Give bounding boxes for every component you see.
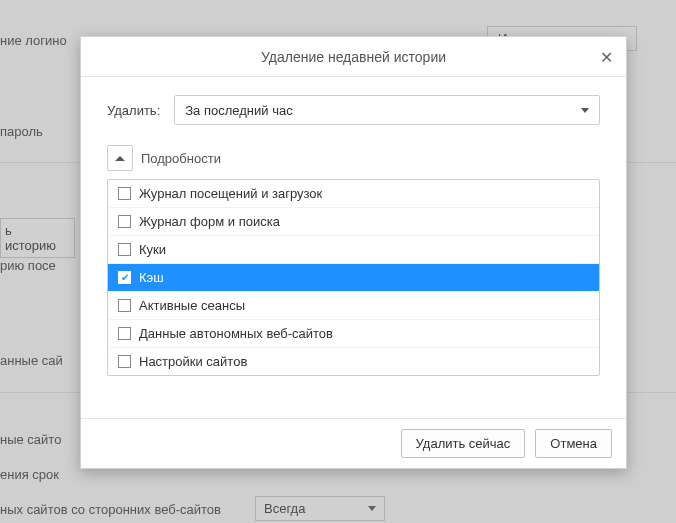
list-item[interactable]: Настройки сайтов xyxy=(108,347,599,375)
close-icon: ✕ xyxy=(600,48,613,67)
close-button[interactable]: ✕ xyxy=(592,43,620,71)
list-item-label: Активные сеансы xyxy=(139,298,245,313)
list-item[interactable]: ✔Кэш xyxy=(108,263,599,291)
details-label: Подробности xyxy=(141,151,221,166)
list-item-label: Данные автономных веб-сайтов xyxy=(139,326,333,341)
list-item-label: Куки xyxy=(139,242,166,257)
list-item-label: Кэш xyxy=(139,270,164,285)
list-item-label: Журнал посещений и загрузок xyxy=(139,186,322,201)
dialog-body: Удалить: За последний час Подробности Жу… xyxy=(81,77,626,418)
clear-history-dialog: Удаление недавней истории ✕ Удалить: За … xyxy=(80,36,627,469)
time-range-select[interactable]: За последний час xyxy=(174,95,600,125)
details-list: Журнал посещений и загрузокЖурнал форм и… xyxy=(107,179,600,376)
checkbox[interactable] xyxy=(118,355,131,368)
checkbox[interactable] xyxy=(118,215,131,228)
chevron-down-icon xyxy=(581,108,589,113)
time-range-value: За последний час xyxy=(185,103,292,118)
list-item[interactable]: Данные автономных веб-сайтов xyxy=(108,319,599,347)
time-range-row: Удалить: За последний час xyxy=(107,95,600,125)
list-item[interactable]: Журнал форм и поиска xyxy=(108,207,599,235)
checkbox[interactable] xyxy=(118,327,131,340)
checkbox[interactable] xyxy=(118,243,131,256)
list-item[interactable]: Активные сеансы xyxy=(108,291,599,319)
cancel-button[interactable]: Отмена xyxy=(535,429,612,458)
dialog-title: Удаление недавней истории xyxy=(261,49,446,65)
checkbox[interactable]: ✔ xyxy=(118,271,131,284)
list-item-label: Журнал форм и поиска xyxy=(139,214,280,229)
chevron-button xyxy=(107,145,133,171)
dialog-header: Удаление недавней истории ✕ xyxy=(81,37,626,77)
list-item-label: Настройки сайтов xyxy=(139,354,247,369)
checkbox[interactable] xyxy=(118,299,131,312)
chevron-up-icon xyxy=(115,156,125,161)
list-item[interactable]: Журнал посещений и загрузок xyxy=(108,180,599,207)
time-range-label: Удалить: xyxy=(107,103,160,118)
details-toggle[interactable]: Подробности xyxy=(107,145,221,171)
dialog-footer: Удалить сейчас Отмена xyxy=(81,418,626,468)
clear-now-button[interactable]: Удалить сейчас xyxy=(401,429,526,458)
checkbox[interactable] xyxy=(118,187,131,200)
list-item[interactable]: Куки xyxy=(108,235,599,263)
